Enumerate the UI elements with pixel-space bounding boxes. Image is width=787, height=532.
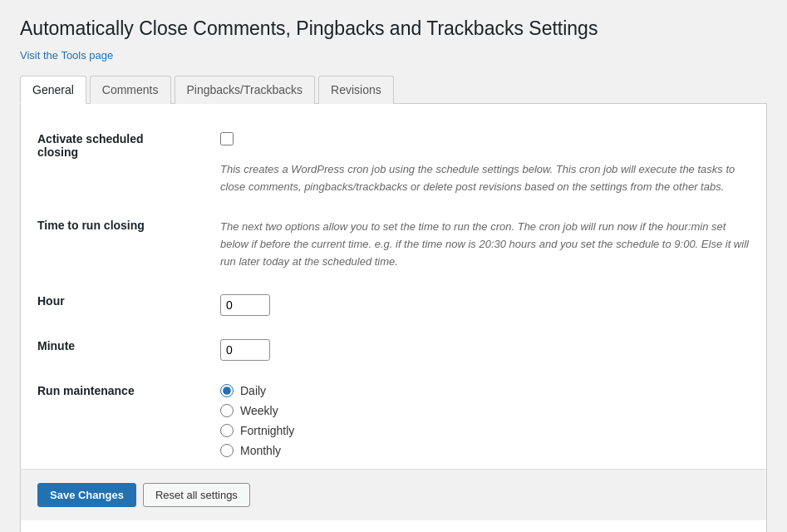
- reset-settings-button[interactable]: Reset all settings: [143, 483, 250, 507]
- run-option-daily[interactable]: Daily: [220, 384, 750, 397]
- activate-row: Activate scheduled closing This creates …: [21, 121, 766, 208]
- radio-weekly[interactable]: [220, 404, 234, 417]
- run-maintenance-options: Daily Weekly Fortnightly Monthly: [220, 384, 750, 457]
- minute-input[interactable]: [220, 339, 270, 361]
- tab-bar: General Comments Pingbacks/Trackbacks Re…: [20, 75, 767, 104]
- radio-daily[interactable]: [220, 384, 234, 397]
- tab-comments[interactable]: Comments: [90, 76, 171, 104]
- radio-monthly-label: Monthly: [240, 444, 281, 457]
- time-label: Time to run closing: [37, 219, 145, 232]
- radio-fortnightly[interactable]: [220, 424, 234, 437]
- hour-label: Hour: [37, 294, 65, 308]
- run-maintenance-label: Run maintenance: [37, 384, 135, 397]
- activate-description: This creates a WordPress cron job using …: [220, 163, 735, 193]
- radio-fortnightly-label: Fortnightly: [240, 424, 294, 437]
- radio-daily-label: Daily: [240, 384, 266, 397]
- tab-content: Activate scheduled closing This creates …: [20, 104, 767, 532]
- run-option-monthly[interactable]: Monthly: [220, 444, 750, 457]
- minute-label: Minute: [37, 339, 75, 352]
- activate-checkbox[interactable]: [220, 132, 234, 145]
- time-description: The next two options allow you to set th…: [220, 220, 749, 268]
- tab-revisions[interactable]: Revisions: [318, 76, 394, 104]
- tools-page-link[interactable]: Visit the Tools page: [20, 49, 113, 62]
- run-option-weekly[interactable]: Weekly: [220, 404, 750, 417]
- run-option-fortnightly[interactable]: Fortnightly: [220, 424, 750, 437]
- hour-input[interactable]: [220, 294, 270, 316]
- tab-pingbacks[interactable]: Pingbacks/Trackbacks: [175, 76, 316, 104]
- radio-weekly-label: Weekly: [240, 404, 278, 417]
- settings-form: Activate scheduled closing This creates …: [21, 121, 766, 469]
- hour-row: Hour: [21, 283, 766, 328]
- run-maintenance-row: Run maintenance Daily Weekly: [21, 372, 766, 469]
- radio-monthly[interactable]: [220, 444, 234, 457]
- submit-area: Save Changes Reset all settings: [21, 469, 766, 520]
- save-changes-button[interactable]: Save Changes: [37, 483, 136, 507]
- minute-row: Minute: [21, 328, 766, 372]
- page-title: Automatically Close Comments, Pingbacks …: [20, 17, 767, 42]
- time-row: Time to run closing The next two options…: [21, 207, 766, 282]
- activate-label: Activate scheduled closing: [37, 132, 144, 159]
- tab-general[interactable]: General: [20, 76, 86, 104]
